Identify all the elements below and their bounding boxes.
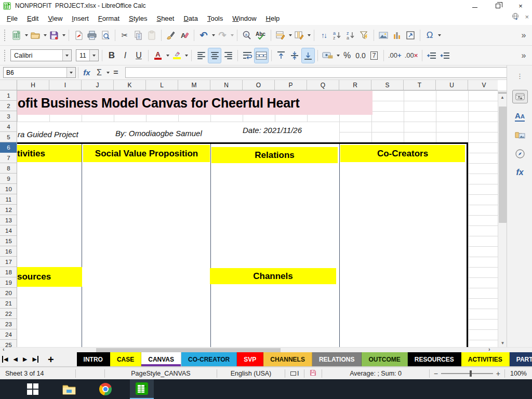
column-header[interactable]: H <box>17 80 49 90</box>
update-globe-icon[interactable] <box>511 12 520 21</box>
sheet-count-status[interactable]: Sheet 3 of 14 <box>0 370 75 377</box>
menu-item[interactable]: Sheet <box>152 13 179 24</box>
row-header[interactable]: 18 <box>0 267 17 277</box>
subtitle-row[interactable]: ra Guided Project By: Omodiaogbe Samuel … <box>17 122 339 143</box>
svp-header-cell[interactable]: Social Value Proposition <box>83 145 210 162</box>
align-left-button[interactable] <box>195 48 207 63</box>
column-header[interactable]: L <box>146 80 178 90</box>
sidebar-settings-button[interactable]: ⋮ <box>507 72 532 81</box>
merge-cells-button[interactable] <box>255 48 268 63</box>
row-header[interactable]: 5 <box>0 132 17 142</box>
taskbar-file-explorer[interactable] <box>57 379 81 399</box>
horizontal-scrollbar[interactable]: ‹ › <box>0 347 532 352</box>
center-vertically-button[interactable] <box>288 48 301 63</box>
row-header[interactable]: 14 <box>0 225 17 236</box>
previous-sheet-button[interactable]: ◀ <box>13 356 17 363</box>
percent-format-button[interactable]: % <box>341 48 353 63</box>
zoom-in-button[interactable]: + <box>496 369 500 378</box>
add-sheet-button[interactable]: + <box>48 354 54 365</box>
decrease-indent-button[interactable] <box>439 48 451 63</box>
menu-item[interactable]: Edit <box>22 13 43 24</box>
toolbar-grip[interactable] <box>4 50 7 61</box>
special-character-button[interactable]: Ω <box>423 28 436 43</box>
print-preview-button[interactable] <box>99 28 112 43</box>
selection-stats-status[interactable]: Average: ; Sum: 0 <box>322 370 429 377</box>
copy-button[interactable] <box>132 28 144 43</box>
column-header[interactable]: M <box>178 80 210 90</box>
column-header[interactable]: I <box>49 80 82 90</box>
start-button[interactable] <box>21 379 45 399</box>
sidebar-tab-navigator[interactable] <box>507 145 532 162</box>
zoom-slider[interactable]: − + <box>430 369 504 378</box>
save-dropdown[interactable] <box>62 34 65 36</box>
name-box-dropdown[interactable] <box>66 68 75 77</box>
menu-item[interactable]: View <box>43 13 67 24</box>
zoom-thumb[interactable] <box>470 370 472 377</box>
open-button[interactable] <box>29 28 42 43</box>
font-size-combo[interactable]: 11 <box>76 49 99 61</box>
taskbar-libreoffice-calc[interactable] <box>130 379 154 399</box>
resources-header-cell[interactable]: sources <box>17 267 82 287</box>
sheet-tab[interactable]: SVP <box>237 352 263 366</box>
number-format-button[interactable]: 0.0 <box>354 48 367 63</box>
insert-column-button[interactable] <box>293 28 305 43</box>
menu-item[interactable]: Help <box>261 13 285 24</box>
autofilter-button[interactable] <box>358 28 370 43</box>
sheet-tab[interactable]: CANVAS <box>141 352 181 366</box>
function-wizard-button[interactable]: fx <box>81 65 93 80</box>
menu-item[interactable]: Insert <box>67 13 94 24</box>
sidebar-tab-styles[interactable]: AA <box>507 108 532 125</box>
increase-indent-button[interactable] <box>425 48 438 63</box>
vertical-scrollbar[interactable]: ▲ ▼ <box>498 90 507 347</box>
wrap-text-button[interactable] <box>241 48 254 63</box>
print-button[interactable] <box>86 28 98 43</box>
bold-button[interactable]: B <box>105 48 118 63</box>
scroll-down-button[interactable]: ▼ <box>498 339 507 347</box>
clear-formatting-button[interactable]: A <box>178 28 191 43</box>
font-name-combo[interactable]: Calibri <box>10 49 72 61</box>
export-pdf-button[interactable] <box>72 28 85 43</box>
next-sheet-button[interactable]: ▶ <box>23 356 27 363</box>
row-header[interactable]: 19 <box>0 277 17 288</box>
italic-button[interactable]: I <box>119 48 131 63</box>
insert-column-dropdown[interactable] <box>308 34 311 36</box>
insert-mode-status[interactable]: I <box>285 370 304 377</box>
sheet-tab[interactable]: OUTCOME <box>362 352 407 366</box>
row-header[interactable]: 10 <box>0 184 17 194</box>
row-header[interactable]: 9 <box>0 174 17 184</box>
select-function-button[interactable]: Σ <box>93 65 105 80</box>
last-sheet-button[interactable]: ▶ <box>32 356 38 363</box>
column-header[interactable]: J <box>82 80 114 90</box>
row-header[interactable]: 13 <box>0 215 17 225</box>
sidebar-tab-properties[interactable] <box>507 88 532 105</box>
font-color-button[interactable]: A <box>152 48 164 63</box>
menu-item[interactable]: Tools <box>203 13 228 24</box>
find-replace-button[interactable]: a <box>241 28 253 43</box>
vertical-scroll-thumb[interactable] <box>499 107 507 223</box>
language-status[interactable]: English (USA) <box>217 370 285 377</box>
font-size-dropdown[interactable] <box>89 50 98 61</box>
column-header[interactable]: P <box>275 80 307 90</box>
menu-item[interactable]: Data <box>179 13 202 24</box>
column-header[interactable]: S <box>371 80 404 90</box>
row-header[interactable]: 22 <box>0 309 17 319</box>
title-banner-cell[interactable]: ofit Business Model Canvas for Cheerful … <box>17 91 373 115</box>
clone-formatting-button[interactable] <box>165 28 177 43</box>
toolbar-overflow-button[interactable]: » <box>517 28 530 43</box>
insert-row-dropdown[interactable] <box>289 34 292 36</box>
close-button[interactable]: × <box>509 0 532 11</box>
toolbar-grip[interactable] <box>4 30 7 41</box>
sidebar-tab-gallery[interactable] <box>507 127 532 143</box>
channels-header-cell[interactable]: Channels <box>210 268 336 284</box>
align-top-button[interactable] <box>275 48 287 63</box>
row-header[interactable]: 23 <box>0 319 17 329</box>
insert-image-button[interactable] <box>377 28 390 43</box>
row-header[interactable]: 1 <box>0 90 17 101</box>
first-sheet-button[interactable]: ◀ <box>2 356 8 363</box>
cell-grid[interactable]: ofit Business Model Canvas for Cheerful … <box>17 90 498 347</box>
column-header[interactable]: R <box>339 80 371 90</box>
name-box[interactable] <box>3 67 76 78</box>
column-header[interactable]: U <box>436 80 468 90</box>
canvas-box[interactable]: tivities Social Value Proposition Relati… <box>17 142 468 347</box>
input-line[interactable] <box>125 67 520 78</box>
